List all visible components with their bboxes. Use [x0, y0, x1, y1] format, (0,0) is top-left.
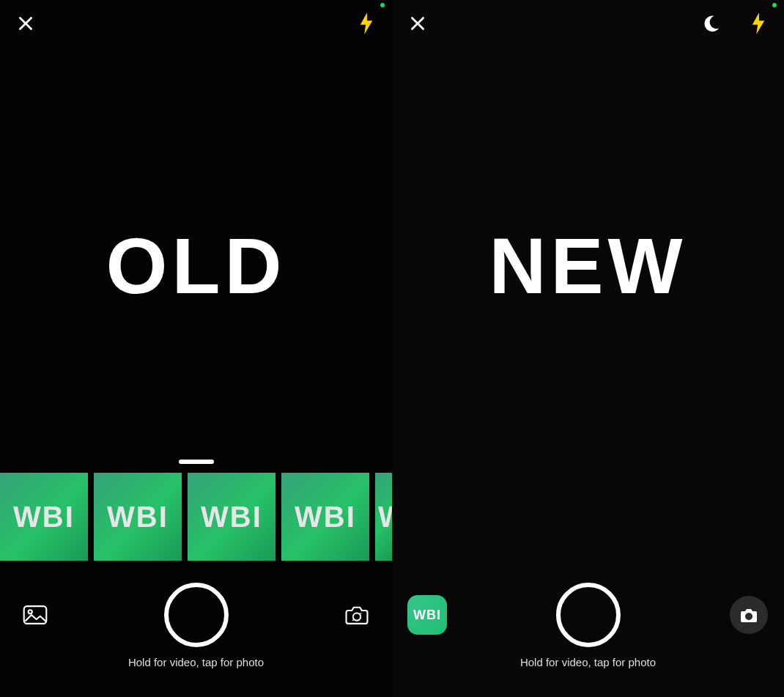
close-button[interactable] [13, 11, 38, 36]
thumbnail[interactable]: WBI [281, 473, 369, 561]
recent-thumbnails[interactable]: WBI WBI WBI WBI W [0, 473, 396, 561]
night-mode-toggle[interactable] [699, 11, 724, 36]
camera-swap-icon [739, 606, 759, 624]
gallery-icon [23, 603, 48, 627]
thumbnail[interactable]: WBI [94, 473, 182, 561]
flash-icon [750, 12, 766, 34]
top-bar [392, 0, 784, 47]
thumbnail[interactable]: WBI [188, 473, 275, 561]
shutter-button[interactable] [556, 583, 621, 647]
gallery-button[interactable] [23, 602, 48, 627]
old-camera-pane: OLD WBI WBI WBI WBI W Hold for video, ta… [0, 0, 392, 697]
bottom-controls: Hold for video, tap for photo [0, 583, 392, 693]
flash-toggle[interactable] [354, 11, 379, 36]
camera-swap-button[interactable] [344, 602, 369, 627]
new-camera-pane: NEW WBI Hold for video, tap for photo [392, 0, 784, 697]
close-button[interactable] [405, 11, 430, 36]
close-icon [16, 14, 35, 33]
top-bar [0, 0, 392, 47]
close-icon [408, 14, 427, 33]
gallery-button[interactable]: WBI [407, 595, 447, 635]
comparison-label-old: OLD [0, 220, 392, 311]
moon-icon [702, 14, 721, 33]
flash-icon [358, 12, 374, 34]
svg-point-6 [747, 614, 752, 619]
svg-point-3 [29, 610, 32, 613]
capture-hint: Hold for video, tap for photo [520, 656, 656, 668]
bottom-controls: WBI Hold for video, tap for photo [392, 583, 784, 693]
shutter-button[interactable] [164, 583, 229, 647]
camera-swap-button[interactable] [730, 596, 768, 634]
capture-hint: Hold for video, tap for photo [128, 656, 264, 668]
svg-rect-2 [24, 606, 47, 624]
drawer-handle[interactable] [179, 460, 214, 464]
camera-swap-icon [344, 602, 369, 627]
comparison-label-new: NEW [392, 220, 784, 311]
thumbnail[interactable]: WBI [0, 473, 88, 561]
flash-toggle[interactable] [746, 11, 771, 36]
